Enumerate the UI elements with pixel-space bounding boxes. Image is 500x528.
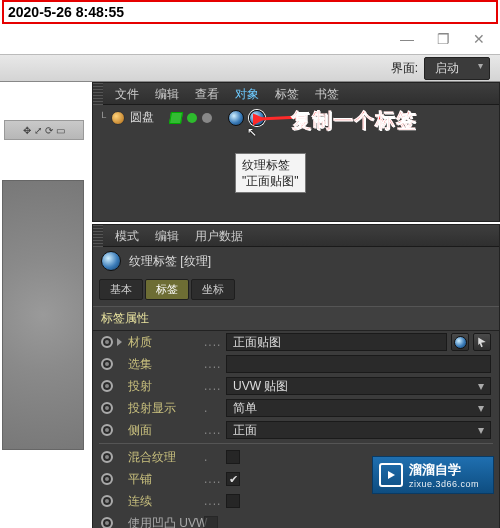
- attr-menu-userdata[interactable]: 用户数据: [187, 225, 251, 247]
- attr-element-header: 纹理标签 [纹理]: [93, 247, 499, 275]
- texture-tag-icon-2[interactable]: [249, 110, 265, 126]
- dots-icon: ....: [204, 379, 222, 393]
- panel-grip-icon[interactable]: [93, 225, 103, 247]
- projection-dropdown[interactable]: UVW 贴图 ▾: [226, 377, 491, 395]
- callout-text: 复制一个标签: [291, 107, 417, 134]
- window-minimize-button[interactable]: —: [400, 32, 414, 46]
- tile-checkbox[interactable]: ✔: [226, 472, 240, 486]
- anim-dot-icon[interactable]: [101, 424, 113, 436]
- prop-label-mix: 混合纹理: [128, 449, 200, 466]
- menu-edit[interactable]: 编辑: [147, 83, 187, 105]
- viewport-nav-icons[interactable]: ✥ ⤢ ⟳ ▭: [4, 120, 84, 140]
- attribute-manager-menubar: 模式 编辑 用户数据: [93, 225, 499, 247]
- layout-dropdown[interactable]: 启动: [424, 57, 490, 80]
- seamless-checkbox[interactable]: [226, 494, 240, 508]
- anim-dot-icon[interactable]: [101, 451, 113, 463]
- prop-label-projection: 投射: [128, 378, 200, 395]
- chevron-down-icon: ▾: [478, 401, 484, 415]
- mix-texture-checkbox[interactable]: [226, 450, 240, 464]
- attr-menu-edit[interactable]: 编辑: [147, 225, 187, 247]
- material-value: 正面贴图: [233, 334, 281, 351]
- anim-dot-icon[interactable]: [101, 380, 113, 392]
- tooltip-line1: 纹理标签: [242, 157, 299, 173]
- chevron-down-icon: ▾: [478, 379, 484, 393]
- material-field[interactable]: 正面贴图: [226, 333, 447, 351]
- menu-view[interactable]: 查看: [187, 83, 227, 105]
- side-dropdown[interactable]: 正面 ▾: [226, 421, 491, 439]
- viewport-3d[interactable]: [2, 180, 84, 450]
- tab-coord[interactable]: 坐标: [191, 279, 235, 300]
- material-preview-button[interactable]: [451, 333, 469, 351]
- side-value: 正面: [233, 422, 257, 439]
- prop-row-selection: 选集 ....: [93, 353, 499, 375]
- material-preview-icon: [454, 336, 467, 349]
- anim-dot-icon[interactable]: [101, 495, 113, 507]
- disc-object-icon: [111, 111, 125, 125]
- anim-dot-icon[interactable]: [101, 473, 113, 485]
- expand-icon[interactable]: [117, 338, 122, 346]
- panel-grip-icon[interactable]: [93, 83, 103, 105]
- material-picker-button[interactable]: [473, 333, 491, 351]
- texture-tag-tooltip: 纹理标签 "正面贴图": [235, 153, 306, 193]
- prop-label-side: 侧面: [128, 422, 200, 439]
- attr-tabs: 基本 标签 坐标: [93, 275, 499, 306]
- texture-tag-icon-1[interactable]: [228, 110, 244, 126]
- dots-icon: ....: [204, 472, 222, 486]
- layout-bar: 界面: 启动: [0, 54, 500, 82]
- dots-icon: ....: [204, 423, 222, 437]
- cursor-icon: ↖: [247, 125, 257, 139]
- prop-label-projection-display: 投射显示: [128, 400, 200, 417]
- object-label: 圆盘: [130, 109, 154, 126]
- dots-icon: ....: [204, 335, 222, 349]
- section-header-tag-props: 标签属性: [93, 306, 499, 331]
- anim-dot-icon[interactable]: [101, 358, 113, 370]
- object-manager-panel: 文件 编辑 查看 对象 标签 书签 └ 圆盘: [92, 82, 500, 222]
- dots-icon: .: [204, 401, 222, 415]
- prop-label-selection: 选集: [128, 356, 200, 373]
- anim-dot-icon[interactable]: [101, 517, 113, 528]
- chevron-down-icon: ▾: [478, 423, 484, 437]
- tree-branch-icon: └: [99, 112, 106, 123]
- layout-label: 界面:: [391, 60, 418, 77]
- menu-object[interactable]: 对象: [227, 83, 267, 105]
- anim-dot-icon[interactable]: [101, 336, 113, 348]
- visibility-dot-editor[interactable]: [187, 113, 197, 123]
- projection-value: UVW 贴图: [233, 378, 288, 395]
- bump-uvw-checkbox[interactable]: [204, 516, 218, 528]
- dots-icon: ....: [204, 357, 222, 371]
- tab-tag[interactable]: 标签: [145, 279, 189, 300]
- menu-file[interactable]: 文件: [107, 83, 147, 105]
- selection-field[interactable]: [226, 355, 491, 373]
- menu-bookmarks[interactable]: 书签: [307, 83, 347, 105]
- window-titlebar: — ❐ ✕: [0, 24, 500, 54]
- prop-label-material: 材质: [128, 334, 200, 351]
- prop-label-bump-uvw: 使用凹凸 UVW: [128, 515, 200, 529]
- prop-label-seamless: 连续: [128, 493, 200, 510]
- separator: [99, 443, 493, 444]
- object-manager-body: └ 圆盘 ↖ 复制一个标签 纹理: [93, 105, 499, 221]
- timestamp-text: 2020-5-26 8:48:55: [8, 4, 124, 20]
- tab-basic[interactable]: 基本: [99, 279, 143, 300]
- projection-display-value: 简单: [233, 400, 257, 417]
- visibility-dot-render[interactable]: [202, 113, 212, 123]
- prop-row-projection-display: 投射显示 . 简单 ▾: [93, 397, 499, 419]
- attr-menu-mode[interactable]: 模式: [107, 225, 147, 247]
- play-icon: [379, 463, 403, 487]
- timestamp-bar: 2020-5-26 8:48:55: [2, 0, 498, 24]
- enable-check-icon[interactable]: [169, 112, 183, 124]
- prop-row-bump-uvw: 使用凹凸 UVW: [93, 512, 499, 528]
- attr-element-title: 纹理标签 [纹理]: [129, 253, 211, 270]
- window-restore-button[interactable]: ❐: [436, 32, 450, 46]
- watermark-sub: zixue.3d66.com: [409, 479, 479, 489]
- anim-dot-icon[interactable]: [101, 402, 113, 414]
- window-close-button[interactable]: ✕: [472, 32, 486, 46]
- tooltip-line2: "正面贴图": [242, 173, 299, 189]
- prop-row-side: 侧面 .... 正面 ▾: [93, 419, 499, 441]
- prop-row-material: 材质 .... 正面贴图: [93, 331, 499, 353]
- prop-label-tile: 平铺: [128, 471, 200, 488]
- texture-preview-icon: [101, 251, 121, 271]
- watermark-title: 溜溜自学: [409, 461, 479, 479]
- layout-value: 启动: [435, 61, 459, 75]
- projection-display-dropdown[interactable]: 简单 ▾: [226, 399, 491, 417]
- menu-tags[interactable]: 标签: [267, 83, 307, 105]
